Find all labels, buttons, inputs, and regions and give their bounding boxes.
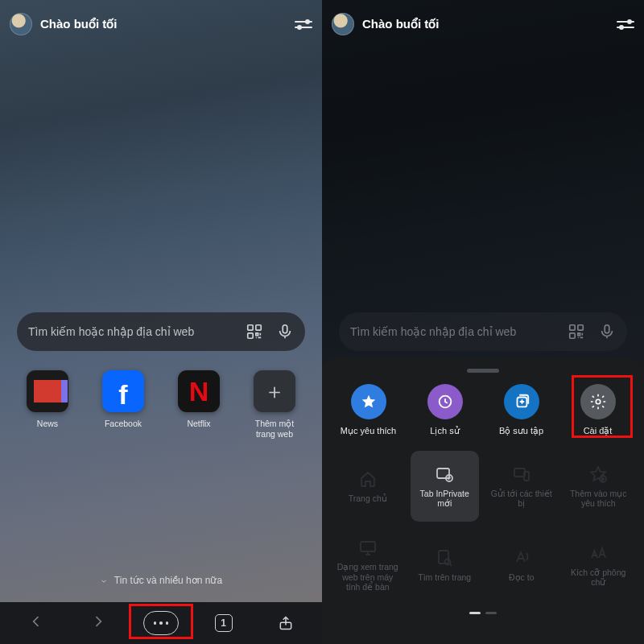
tile-label: Facebook	[105, 419, 142, 429]
chevron-down-icon	[100, 576, 108, 584]
topbar: Chào buổi tối	[322, 8, 644, 40]
search-bar[interactable]: Tìm kiếm hoặc nhập địa chỉ web	[17, 312, 305, 351]
grid-item-label: Thêm vào mục yêu thích	[568, 489, 630, 509]
tile-add-site[interactable]: ＋ Thêm một trang web	[246, 370, 303, 439]
grid-item-label: Kích cỡ phông chữ	[568, 568, 630, 588]
news-more-label: Tin tức và nhiều hơn nữa	[114, 575, 222, 586]
menu-button[interactable]	[143, 609, 179, 638]
phone-right: Chào buổi tối Tìm kiếm hoặc nhập địa chỉ…	[322, 0, 644, 644]
greeting-text: Chào buổi tối	[40, 17, 118, 31]
sliders-icon[interactable]	[617, 15, 634, 33]
news-icon	[27, 370, 68, 412]
drag-handle[interactable]	[467, 369, 499, 373]
grid-item-label: Trang chủ	[349, 493, 387, 504]
svg-rect-8	[605, 325, 609, 333]
tile-label: Thêm một trang web	[246, 419, 303, 439]
menu-grid: Trang chủ Tab InPrivate mới Gửi tới các …	[333, 451, 633, 601]
tile-facebook[interactable]: f Facebook	[94, 370, 152, 439]
svg-rect-1	[256, 325, 261, 330]
chevron-left-icon	[28, 613, 44, 634]
avatar[interactable]	[10, 13, 32, 35]
page-indicator	[333, 612, 633, 614]
back-button[interactable]	[19, 609, 54, 638]
dots-icon	[143, 611, 179, 635]
avatar[interactable]	[332, 13, 354, 35]
tile-label: Netflix	[187, 419, 210, 429]
tabs-button[interactable]: 1	[206, 609, 242, 638]
grid-item-label: Đọc to	[509, 572, 535, 583]
menu-sheet: Mục yêu thích Lịch sử Bộ sưu tập Cài đặt	[322, 357, 644, 644]
forward-button[interactable]	[80, 609, 116, 638]
mic-icon[interactable]	[276, 323, 294, 341]
grid-item-label: Dạng xem trang web trên máy tính để bàn	[336, 562, 399, 592]
grid-home[interactable]: Trang chủ	[333, 451, 402, 522]
topbar: Chào buổi tối	[0, 8, 322, 40]
star-icon	[351, 384, 386, 419]
grid-find-on-page[interactable]: Tìm trên trang	[411, 530, 480, 601]
svg-point-11	[596, 399, 601, 404]
menu-item-label: Lịch sử	[430, 426, 459, 436]
gear-icon	[580, 384, 616, 419]
chevron-right-icon	[90, 613, 106, 634]
facebook-icon: f	[102, 370, 144, 412]
svg-rect-0	[248, 325, 253, 330]
grid-inprivate-tab[interactable]: Tab InPrivate mới	[411, 451, 480, 522]
svg-rect-14	[514, 469, 525, 477]
svg-rect-7	[570, 333, 575, 338]
tile-label: News	[37, 419, 58, 429]
qr-icon[interactable]	[568, 323, 585, 341]
tile-news[interactable]: News	[19, 370, 76, 439]
grid-send-to-devices[interactable]: Gửi tới các thiết bị	[487, 451, 556, 522]
netflix-icon: N	[178, 370, 220, 412]
search-bar[interactable]: Tìm kiếm hoặc nhập địa chỉ web	[339, 312, 627, 351]
grid-read-aloud[interactable]: Đọc to	[487, 530, 556, 601]
svg-rect-3	[283, 325, 287, 333]
grid-item-label: Gửi tới các thiết bị	[490, 489, 553, 509]
menu-item-label: Cài đặt	[584, 426, 613, 436]
tabs-icon: 1	[215, 614, 233, 632]
grid-item-label: Tìm trên trang	[418, 572, 471, 583]
grid-font-size[interactable]: Kích cỡ phông chữ	[564, 530, 634, 601]
news-more-button[interactable]: Tin tức và nhiều hơn nữa	[100, 575, 222, 586]
collections-icon	[504, 384, 539, 419]
svg-rect-2	[248, 333, 253, 338]
menu-history[interactable]: Lịch sử	[410, 384, 480, 436]
svg-rect-6	[578, 325, 583, 330]
history-icon	[427, 384, 463, 419]
grid-add-favorite[interactable]: Thêm vào mục yêu thích	[564, 451, 634, 522]
svg-rect-12	[437, 469, 449, 478]
plus-icon: ＋	[254, 370, 295, 412]
svg-rect-5	[570, 325, 575, 330]
grid-item-label: Tab InPrivate mới	[414, 489, 477, 509]
search-placeholder: Tìm kiếm hoặc nhập địa chỉ web	[350, 325, 568, 338]
svg-rect-18	[439, 551, 448, 564]
menu-top-row: Mục yêu thích Lịch sử Bộ sưu tập Cài đặt	[333, 384, 633, 436]
search-placeholder: Tìm kiếm hoặc nhập địa chỉ web	[28, 325, 246, 338]
speed-dial-tiles: News f Facebook N Netflix ＋ Thêm một tra…	[19, 370, 303, 439]
qr-icon[interactable]	[246, 323, 263, 341]
share-button[interactable]	[268, 609, 303, 638]
menu-settings[interactable]: Cài đặt	[563, 384, 633, 436]
sliders-icon[interactable]	[295, 15, 312, 33]
menu-favorites[interactable]: Mục yêu thích	[333, 384, 403, 436]
svg-rect-17	[361, 542, 375, 551]
mic-icon[interactable]	[598, 323, 616, 341]
menu-item-label: Mục yêu thích	[341, 426, 396, 436]
bottom-toolbar: 1	[0, 602, 322, 644]
phone-left: Chào buổi tối Tìm kiếm hoặc nhập địa chỉ…	[0, 0, 322, 644]
tile-netflix[interactable]: N Netflix	[170, 370, 228, 439]
greeting-text: Chào buổi tối	[362, 17, 440, 31]
menu-item-label: Bộ sưu tập	[499, 426, 543, 436]
menu-collections[interactable]: Bộ sưu tập	[486, 384, 556, 436]
tab-count: 1	[221, 617, 226, 629]
grid-desktop-view[interactable]: Dạng xem trang web trên máy tính để bàn	[333, 530, 402, 601]
share-icon	[278, 615, 294, 631]
